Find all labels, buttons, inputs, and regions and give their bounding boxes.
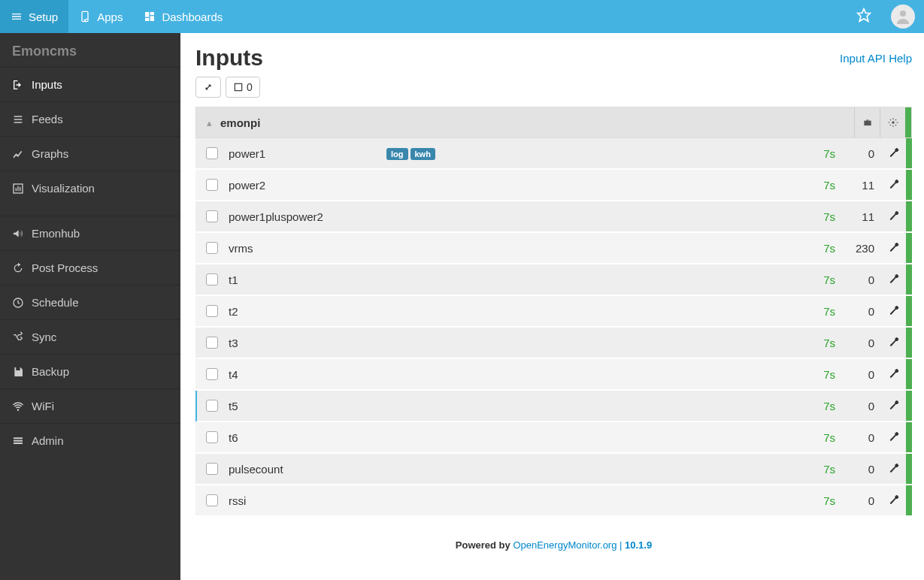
wrench-icon	[888, 430, 899, 444]
process-tag[interactable]: kwh	[410, 148, 435, 160]
row-checkbox[interactable]	[206, 242, 218, 254]
megaphone-icon	[12, 228, 24, 240]
input-time: 7s	[790, 273, 835, 286]
sidebar-label-emonhub: Emonhub	[32, 227, 80, 240]
input-value: 0	[835, 431, 880, 444]
sidebar-label-postprocess: Post Process	[32, 261, 98, 274]
input-icon	[12, 79, 24, 91]
sidebar-label-feeds: Feeds	[32, 113, 63, 125]
input-name: power1	[229, 147, 386, 160]
config-button[interactable]	[880, 494, 906, 507]
nav-dashboards-label: Dashboards	[162, 11, 223, 23]
chevron-up-icon: ▴	[207, 117, 220, 128]
status-bar	[906, 264, 912, 295]
sidebar-item-postprocess[interactable]: Post Process	[0, 250, 180, 285]
sidebar-item-schedule[interactable]: Schedule	[0, 285, 180, 319]
collapse-icon	[203, 82, 214, 92]
input-row: t37s0	[195, 328, 912, 359]
input-value: 0	[835, 273, 880, 286]
row-checkbox[interactable]	[206, 179, 218, 191]
input-value: 0	[835, 494, 880, 507]
group-settings-button[interactable]	[880, 107, 905, 137]
sidebar-item-admin[interactable]: Admin	[0, 423, 180, 458]
sidebar-label-visualization: Visualization	[32, 182, 95, 195]
nav-setup[interactable]: Setup	[0, 0, 68, 33]
input-value: 0	[835, 400, 880, 412]
row-checkbox[interactable]	[206, 273, 218, 285]
svg-rect-2	[150, 12, 154, 15]
config-button[interactable]	[880, 147, 906, 160]
process-tag[interactable]: log	[386, 148, 408, 160]
config-button[interactable]	[880, 304, 906, 318]
input-name: t2	[229, 305, 386, 318]
input-name: t1	[229, 273, 386, 286]
config-button[interactable]	[880, 241, 906, 255]
select-button[interactable]: 0	[226, 77, 260, 98]
collapse-button[interactable]	[195, 77, 221, 98]
row-checkbox[interactable]	[206, 400, 218, 412]
input-row: rssi7s0	[195, 485, 912, 517]
input-name: t4	[229, 368, 386, 381]
svg-point-11	[892, 121, 895, 124]
config-button[interactable]	[880, 210, 906, 223]
api-help-link[interactable]: Input API Help	[840, 52, 912, 65]
sidebar-item-emonhub[interactable]: Emonhub	[0, 216, 180, 250]
user-icon	[894, 8, 912, 26]
row-checkbox[interactable]	[206, 305, 218, 317]
sidebar-label-inputs: Inputs	[32, 78, 62, 91]
wrench-icon	[888, 399, 899, 412]
input-time: 7s	[790, 463, 835, 476]
row-checkbox[interactable]	[206, 147, 218, 159]
input-name: rssi	[229, 494, 386, 507]
input-name: power2	[229, 179, 386, 192]
config-button[interactable]	[880, 336, 906, 349]
footer-link[interactable]: OpenEnergyMonitor.org	[513, 539, 617, 551]
user-avatar[interactable]	[891, 5, 915, 29]
config-button[interactable]	[880, 430, 906, 444]
bookmark-button[interactable]	[846, 8, 882, 26]
sidebar-item-wifi[interactable]: WiFi	[0, 388, 180, 423]
input-name: power1pluspower2	[229, 210, 386, 223]
input-time: 7s	[790, 431, 835, 444]
status-bar	[906, 138, 912, 168]
config-button[interactable]	[880, 273, 906, 286]
nav-dashboards[interactable]: Dashboards	[133, 0, 233, 33]
config-button[interactable]	[880, 399, 906, 412]
sidebar-label-schedule: Schedule	[32, 296, 79, 309]
sidebar-brand: Emoncms	[0, 33, 180, 67]
status-bar	[906, 170, 912, 200]
briefcase-icon	[862, 117, 873, 128]
sidebar-item-visualization[interactable]: Visualization	[0, 171, 180, 205]
row-checkbox[interactable]	[206, 431, 218, 443]
input-value: 0	[835, 305, 880, 318]
nav-apps[interactable]: Apps	[68, 0, 133, 33]
config-button[interactable]	[880, 462, 906, 476]
sidebar-label-wifi: WiFi	[32, 400, 54, 412]
row-checkbox[interactable]	[206, 463, 218, 475]
row-checkbox[interactable]	[206, 368, 218, 380]
row-checkbox[interactable]	[206, 210, 218, 222]
input-row: vrms7s230	[195, 233, 912, 264]
menu-icon	[11, 11, 23, 23]
sidebar-item-graphs[interactable]: Graphs	[0, 136, 180, 171]
svg-point-6	[900, 11, 906, 17]
group-header[interactable]: ▴ emonpi	[195, 107, 912, 138]
sidebar-item-inputs[interactable]: Inputs	[0, 67, 180, 101]
input-tags: logkwh	[386, 147, 790, 160]
sidebar-item-feeds[interactable]: Feeds	[0, 101, 180, 136]
config-button[interactable]	[880, 178, 906, 192]
sidebar-item-sync[interactable]: Sync	[0, 319, 180, 354]
input-row: t27s0	[195, 296, 912, 328]
config-button[interactable]	[880, 367, 906, 381]
row-checkbox[interactable]	[206, 337, 218, 349]
input-time: 7s	[790, 400, 835, 412]
wrench-icon	[888, 494, 899, 507]
sidebar-item-backup[interactable]: Backup	[0, 354, 180, 388]
row-checkbox[interactable]	[206, 494, 218, 506]
nav-setup-label: Setup	[29, 11, 58, 23]
wrench-icon	[888, 273, 899, 286]
svg-rect-1	[145, 12, 149, 17]
device-config-button[interactable]	[854, 107, 880, 137]
shuffle-icon	[12, 331, 24, 343]
wrench-icon	[888, 210, 899, 223]
